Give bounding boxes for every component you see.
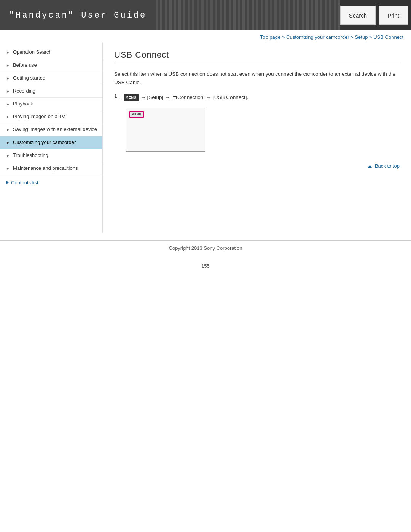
page-number: 155 <box>0 256 411 276</box>
sidebar-label: Playback <box>13 101 98 107</box>
sidebar-item-operation-search[interactable]: ► Operation Search <box>0 46 102 59</box>
breadcrumb-usb-connect[interactable]: USB Connect <box>373 34 403 40</box>
instruction-path: → [Setup] → [⇆Connection] → [USB Connect… <box>140 94 248 100</box>
search-button[interactable]: Search <box>340 6 376 25</box>
sidebar: ► Operation Search ► Before use ► Gettin… <box>0 42 103 233</box>
sidebar-item-recording[interactable]: ► Recording <box>0 85 102 98</box>
sidebar-item-saving-images-external[interactable]: ► Saving images with an external device <box>0 123 102 136</box>
arrow-icon: ► <box>6 127 10 132</box>
breadcrumb-sep-2: > <box>350 34 355 40</box>
description-text: Select this item when a USB connection d… <box>114 70 400 86</box>
sidebar-label: Playing images on a TV <box>13 113 98 120</box>
header-stripe-area: "Handycam" User Guide <box>0 0 340 30</box>
sidebar-item-before-use[interactable]: ► Before use <box>0 59 102 72</box>
menu-button-inline: MENU <box>124 94 139 101</box>
arrow-icon: ► <box>6 76 10 81</box>
sidebar-label: Maintenance and precautions <box>13 165 98 172</box>
print-button[interactable]: Print <box>379 6 408 25</box>
breadcrumb-top[interactable]: Top page <box>260 34 281 40</box>
app-title: "Handycam" User Guide <box>9 11 147 20</box>
header-buttons: Search Print <box>340 0 411 30</box>
copyright-text: Copyright 2013 Sony Corporation <box>169 245 242 251</box>
arrow-icon: ► <box>6 114 10 119</box>
sidebar-label: Getting started <box>13 75 98 81</box>
sidebar-item-getting-started[interactable]: ► Getting started <box>0 72 102 85</box>
arrow-icon: ► <box>6 63 10 68</box>
sidebar-item-playing-images-tv[interactable]: ► Playing images on a TV <box>0 110 102 123</box>
page-header: "Handycam" User Guide Search Print <box>0 0 411 30</box>
menu-icon-box: MENU <box>129 111 144 118</box>
contents-list-link[interactable]: Contents list <box>0 175 102 190</box>
page-title: USB Connect <box>114 50 400 63</box>
sidebar-label: Saving images with an external device <box>13 126 98 133</box>
contents-link-label: Contents list <box>11 180 38 185</box>
page-footer: Copyright 2013 Sony Corporation <box>0 240 411 256</box>
arrow-icon: ► <box>6 102 10 107</box>
arrow-right-icon <box>6 181 9 184</box>
breadcrumb: Top page > Customizing your camcorder > … <box>0 30 411 42</box>
sidebar-item-customizing-camcorder[interactable]: ► Customizing your camcorder <box>0 136 102 149</box>
instruction-text: MENU → [Setup] → [⇆Connection] → [USB Co… <box>123 93 248 102</box>
sidebar-label: Customizing your camcorder <box>13 139 98 146</box>
sidebar-label: Troubleshooting <box>13 152 98 159</box>
sidebar-item-troubleshooting[interactable]: ► Troubleshooting <box>0 149 102 162</box>
arrow-icon: ► <box>6 140 10 145</box>
sidebar-label: Before use <box>13 62 98 69</box>
sidebar-item-maintenance-precautions[interactable]: ► Maintenance and precautions <box>0 162 102 175</box>
instruction-row: 1 . MENU → [Setup] → [⇆Connection] → [US… <box>114 93 400 102</box>
arrow-icon: ► <box>6 166 10 171</box>
triangle-up-icon <box>368 165 372 168</box>
instruction-number: 1 . <box>114 93 120 99</box>
back-to-top-link[interactable]: Back to top <box>368 163 400 169</box>
sidebar-label: Operation Search <box>13 49 98 56</box>
main-content: USB Connect Select this item when a USB … <box>103 42 411 180</box>
arrow-icon: ► <box>6 153 10 158</box>
arrow-icon: ► <box>6 89 10 94</box>
sidebar-item-playback[interactable]: ► Playback <box>0 98 102 111</box>
breadcrumb-setup[interactable]: Setup <box>355 34 368 40</box>
back-to-top-label: Back to top <box>375 163 400 169</box>
header-stripes <box>156 0 340 30</box>
back-to-top-row: Back to top <box>114 163 400 169</box>
screenshot-box: MENU <box>126 108 206 152</box>
header-title-block: "Handycam" User Guide <box>0 0 156 30</box>
breadcrumb-sep-1: > <box>282 34 286 40</box>
breadcrumb-sep-3: > <box>369 34 373 40</box>
sidebar-label: Recording <box>13 88 98 94</box>
arrow-icon: ► <box>6 50 10 55</box>
breadcrumb-customizing[interactable]: Customizing your camcorder <box>286 34 349 40</box>
page-layout: ► Operation Search ► Before use ► Gettin… <box>0 42 411 233</box>
